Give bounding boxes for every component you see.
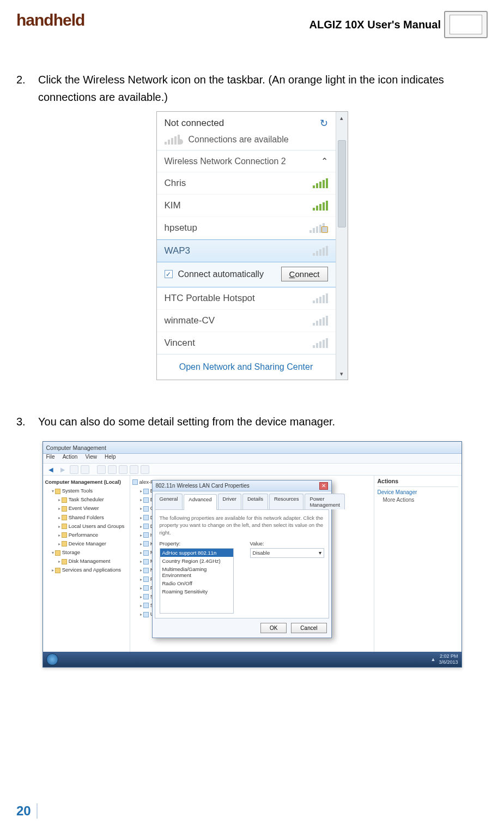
- scroll-down-icon[interactable]: ▾: [336, 368, 348, 380]
- wifi-status-text: Not connected: [165, 118, 224, 129]
- toolbar-icon[interactable]: [81, 465, 89, 474]
- back-icon[interactable]: ◄: [46, 465, 56, 474]
- tree-item[interactable]: Device Manager: [58, 539, 127, 548]
- actions-group[interactable]: Device Manager: [378, 489, 458, 495]
- tree-item[interactable]: Shared Folders: [58, 513, 127, 522]
- taskbar[interactable]: ▲ 2:02 PM 3/6/2013: [43, 652, 462, 667]
- list-item[interactable]: Roaming Sensitivity: [160, 587, 233, 596]
- select-value: Disable: [253, 550, 270, 556]
- menu-file[interactable]: File: [46, 454, 55, 463]
- wifi-adapter-header[interactable]: Wireless Network Connection 2 ⌃: [157, 151, 336, 172]
- properties-dialog: 802.11n Wireless LAN Card Properties ✕ G…: [152, 480, 332, 638]
- toolbar-icon[interactable]: [97, 465, 106, 474]
- network-row-hpsetup[interactable]: hpsetup: [157, 217, 336, 239]
- network-row-kim[interactable]: KIM: [157, 195, 336, 217]
- network-row-winmate[interactable]: winmate-CV: [157, 310, 336, 332]
- ok-button[interactable]: OK: [260, 623, 287, 633]
- network-row-vincent[interactable]: Vincent: [157, 332, 336, 355]
- actions-panel: Actions Device Manager More Actions: [374, 476, 462, 652]
- page-content: 2. Click the Wireless Network icon on th…: [0, 38, 504, 668]
- tree-item[interactable]: Task Scheduler: [58, 495, 127, 504]
- dialog-body: The following properties are available f…: [155, 509, 329, 618]
- tree-item[interactable]: Services and Applications: [52, 566, 127, 574]
- wifi-popup-window: Not connected ↻ Connections are availabl…: [156, 111, 348, 380]
- auto-connect-checkbox[interactable]: ✓: [165, 270, 173, 278]
- auto-connect-label: Connect automatically: [178, 269, 264, 279]
- list-item[interactable]: Country Region (2.4GHz): [160, 557, 233, 565]
- signal-icon: [313, 338, 328, 348]
- actions-title: Actions: [378, 478, 458, 487]
- list-item[interactable]: AdHoc support 802.11n: [160, 549, 233, 557]
- actions-more[interactable]: More Actions: [378, 497, 458, 503]
- left-tree-panel[interactable]: Computer Management (Local) System Tools…: [43, 476, 130, 652]
- scroll-track[interactable]: [336, 124, 348, 368]
- step-3: 3. You can also do some detail setting f…: [16, 413, 488, 430]
- value-label: Value:: [250, 540, 324, 546]
- tree-root[interactable]: Computer Management (Local): [45, 478, 127, 486]
- header-right: ALGIZ 10X User's Manual: [309, 11, 488, 38]
- window-titlebar[interactable]: Computer Management: [43, 442, 462, 454]
- wifi-available-text: Connections are available: [189, 135, 289, 145]
- open-network-center-link[interactable]: Open Network and Sharing Center: [157, 355, 336, 380]
- scroll-up-icon[interactable]: ▴: [336, 112, 348, 124]
- system-tray[interactable]: ▲ 2:02 PM 3/6/2013: [431, 653, 458, 665]
- step-2-number: 2.: [16, 71, 28, 106]
- connect-options-row: ✓ Connect automatically Connect: [157, 262, 336, 287]
- close-icon[interactable]: ✕: [319, 482, 328, 490]
- menubar[interactable]: File Action View Help: [43, 454, 462, 464]
- step-2: 2. Click the Wireless Network icon on th…: [16, 71, 488, 106]
- clock[interactable]: 2:02 PM 3/6/2013: [439, 653, 458, 665]
- device-tree-panel[interactable]: alex-PC Batteries Bluetooth Computer Dis…: [130, 476, 374, 652]
- device-thumbnail-icon: [444, 11, 488, 38]
- tab-driver[interactable]: Driver: [218, 494, 241, 509]
- cancel-button[interactable]: Cancel: [291, 623, 326, 633]
- toolbar-icon[interactable]: [70, 465, 78, 474]
- toolbar-icon[interactable]: [130, 465, 138, 474]
- menu-action[interactable]: Action: [63, 454, 78, 463]
- network-name: HTC Portable Hotspot: [165, 293, 255, 304]
- tab-advanced[interactable]: Advanced: [184, 494, 216, 510]
- step-2-text: Click the Wireless Network icon on the t…: [38, 71, 488, 106]
- toolbar-icon[interactable]: [141, 465, 149, 474]
- wifi-adapter-name: Wireless Network Connection 2: [165, 157, 286, 166]
- property-label: Property:: [160, 540, 234, 546]
- dialog-tabs: General Advanced Driver Details Resource…: [153, 491, 331, 509]
- network-name: hpsetup: [165, 223, 198, 233]
- tab-details[interactable]: Details: [242, 494, 268, 509]
- tree-item[interactable]: Event Viewer: [58, 504, 127, 513]
- step-3-number: 3.: [16, 413, 28, 430]
- signal-icon: [313, 316, 328, 326]
- chevron-down-icon: ▾: [319, 550, 321, 556]
- tray-icon[interactable]: ▲: [431, 657, 436, 662]
- scroll-thumb[interactable]: [338, 140, 346, 227]
- tab-power[interactable]: Power Management: [305, 494, 344, 509]
- list-item[interactable]: Radio On/Off: [160, 579, 233, 587]
- network-name: Vincent: [165, 338, 195, 349]
- toolbar: ◄ ►: [43, 464, 462, 476]
- computer-management-window: Computer Management File Action View Hel…: [42, 441, 462, 668]
- signal-warn-icon: [309, 223, 328, 233]
- network-row-chris[interactable]: Chris: [157, 172, 336, 195]
- connect-button[interactable]: Connect: [281, 267, 328, 281]
- value-select[interactable]: Disable ▾: [250, 548, 324, 558]
- property-listbox[interactable]: AdHoc support 802.11n Country Region (2.…: [160, 548, 234, 614]
- tree-item[interactable]: Storage Disk Management: [52, 548, 127, 566]
- tab-resources[interactable]: Resources: [269, 494, 303, 509]
- dialog-titlebar[interactable]: 802.11n Wireless LAN Card Properties ✕: [153, 480, 331, 491]
- network-row-wap3[interactable]: WAP3: [157, 239, 336, 262]
- menu-view[interactable]: View: [85, 454, 97, 463]
- toolbar-icon[interactable]: [119, 465, 127, 474]
- tree-item[interactable]: Local Users and Groups: [58, 522, 127, 531]
- network-row-htc[interactable]: HTC Portable Hotspot: [157, 287, 336, 310]
- tab-general[interactable]: General: [155, 494, 183, 509]
- tree-item[interactable]: Performance: [58, 531, 127, 539]
- list-item[interactable]: Multimedia/Gaming Environment: [160, 565, 233, 579]
- forward-icon[interactable]: ►: [58, 465, 68, 474]
- toolbar-icon[interactable]: [108, 465, 117, 474]
- menu-help[interactable]: Help: [105, 454, 116, 463]
- refresh-icon[interactable]: ↻: [320, 117, 328, 129]
- tree-item[interactable]: System Tools Task Scheduler Event Viewer…: [52, 486, 127, 548]
- tree-item[interactable]: Disk Management: [58, 557, 127, 566]
- start-button-icon[interactable]: [46, 653, 58, 665]
- scrollbar[interactable]: ▴ ▾: [336, 112, 348, 380]
